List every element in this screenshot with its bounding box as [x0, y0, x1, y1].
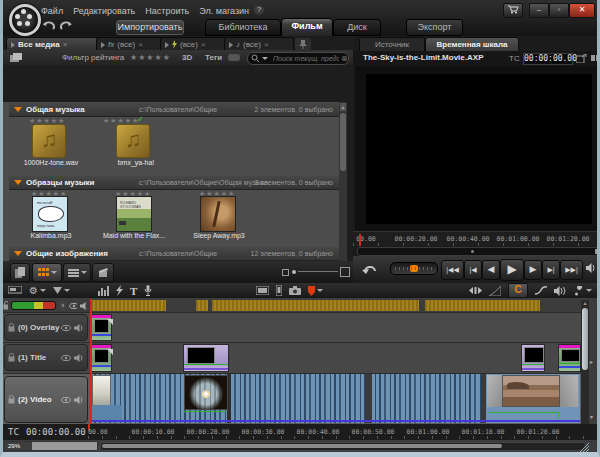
timeline-playhead[interactable] [90, 299, 92, 439]
timeline-vscrollbar[interactable]: ▲ [581, 300, 589, 424]
eye-icon[interactable] [61, 325, 71, 331]
album-art-maid[interactable]: RICHARDSTOLTZMAN [116, 196, 152, 232]
scrub-handle[interactable] [595, 249, 599, 254]
store-cart-icon[interactable] [503, 3, 523, 18]
video-preview[interactable] [366, 74, 592, 224]
clip-title-2[interactable] [183, 344, 229, 372]
clip-title-3[interactable] [521, 344, 545, 372]
close-tab-icon[interactable]: × [264, 39, 269, 51]
speaker-icon[interactable] [80, 302, 87, 310]
step-back-button[interactable]: ◀ [482, 260, 500, 280]
timeline-timecode[interactable]: 00:00:00.00 [26, 427, 86, 437]
section-header-sample-music[interactable]: Образцы музыки с:\Пользователи\Общие\Общ… [9, 176, 347, 190]
collapse-triangle-icon[interactable] [14, 180, 22, 185]
search-dropdown-caret[interactable] [262, 57, 268, 60]
navigator-clip-bar[interactable] [425, 300, 540, 311]
tab-library[interactable]: Библиотека [205, 19, 281, 36]
smart-device-icon[interactable] [276, 285, 282, 296]
undo-icon[interactable] [42, 20, 55, 31]
speaker-icon[interactable] [74, 354, 84, 362]
eye-icon[interactable] [61, 397, 71, 403]
collapse-triangle-icon[interactable] [14, 251, 22, 256]
track-header-video[interactable]: (2) Video [4, 376, 88, 423]
audio-file-icon[interactable]: ♫ [116, 124, 150, 158]
close-tab-icon[interactable]: × [201, 39, 206, 51]
loop-playback-icon[interactable] [361, 261, 379, 275]
item-name[interactable]: 1000Hz-tone.wav [3, 159, 99, 166]
dual-display-icon[interactable] [591, 55, 600, 62]
timeline-hscrollbar[interactable] [100, 442, 586, 451]
prev-clip-button[interactable]: |◀ [464, 260, 482, 280]
info-icon[interactable] [10, 263, 30, 282]
lock-icon[interactable] [8, 323, 15, 332]
tab-disc[interactable]: Диск [333, 19, 381, 36]
clear-search-icon[interactable]: ⊗ [341, 54, 348, 63]
track-size-icon[interactable] [53, 287, 70, 295]
search-input[interactable] [271, 54, 341, 63]
marker-button[interactable] [308, 286, 323, 296]
clip-video-landscape[interactable] [487, 374, 580, 423]
timeline-wrench-button[interactable] [574, 286, 592, 296]
scorefitter-icon[interactable] [256, 286, 269, 295]
clip-title-1[interactable] [91, 344, 112, 372]
collapse-triangle-icon[interactable] [14, 107, 22, 112]
expand-meter-icon[interactable]: › [59, 301, 66, 310]
timeline-settings-gear-icon[interactable]: ⚙ [29, 285, 46, 296]
snapshot-camera-icon[interactable] [289, 286, 301, 295]
volume-keyframe-icon[interactable] [535, 286, 547, 295]
grid-view-button[interactable] [32, 263, 62, 282]
hscroll-thumb[interactable] [102, 444, 502, 448]
help-icon[interactable]: ? [254, 5, 264, 15]
vscroll-thumb[interactable] [582, 308, 588, 370]
clip-video-band[interactable] [91, 374, 580, 423]
track-collapse-arrow[interactable]: ▾ [590, 413, 593, 420]
menu-store[interactable]: Эл. магазин [194, 4, 254, 18]
lock-icon[interactable] [3, 301, 8, 310]
lock-icon[interactable] [8, 353, 15, 362]
item-name[interactable]: Sleep Away.mp3 [171, 232, 267, 239]
thumb-size-slider[interactable] [298, 271, 338, 272]
dynamic-transition-button[interactable]: C [508, 283, 528, 298]
tags-label[interactable]: Теги [205, 53, 222, 62]
preview-playhead[interactable] [359, 234, 361, 246]
scene-detect-icon[interactable] [92, 263, 114, 282]
clip-title-4[interactable] [558, 344, 581, 372]
minimize-button[interactable]: – [529, 3, 549, 18]
navigator-clip-bar[interactable] [196, 300, 208, 311]
pin-tab-icon[interactable] [295, 38, 311, 50]
thumb-slider-handle[interactable] [292, 270, 296, 274]
album-art-sleep-away[interactable] [200, 196, 236, 232]
item-name[interactable]: bmx_ya-ha! [88, 159, 184, 166]
tab-movie[interactable]: Фильм [281, 18, 333, 38]
magnet-snap-icon[interactable] [489, 286, 501, 296]
create-title-button[interactable]: T [130, 285, 137, 297]
volume-button[interactable] [586, 263, 600, 273]
menu-edit[interactable]: Редактировать [68, 4, 140, 18]
razor-icon[interactable] [116, 285, 123, 296]
eye-icon[interactable] [61, 355, 71, 361]
jump-start-button[interactable]: |◀◀ [441, 260, 464, 280]
search-box[interactable]: ⊗ [247, 52, 349, 65]
audio-scrub-icon[interactable] [554, 286, 567, 296]
tab-export[interactable]: Экспорт [406, 19, 463, 36]
undock-preview-icon[interactable] [576, 54, 587, 63]
close-tab-icon[interactable]: × [138, 39, 143, 51]
lock-icon[interactable] [8, 395, 15, 404]
tags-toggle[interactable] [228, 54, 240, 61]
close-tab-icon[interactable]: × [63, 39, 68, 51]
track-header-overlay[interactable]: (0) Overlay [4, 314, 88, 341]
scroll-up-arrow[interactable]: ▲ [340, 103, 346, 111]
import-button[interactable]: Импортировать [116, 20, 184, 35]
resize-grip[interactable] [578, 441, 589, 452]
maximize-button[interactable]: ▫ [549, 3, 569, 18]
speaker-icon[interactable] [74, 396, 84, 404]
menu-setup[interactable]: Настроить [140, 4, 194, 18]
navigator-toggle-icon[interactable] [8, 286, 22, 296]
redo-icon[interactable] [60, 20, 73, 31]
preview-timecode[interactable]: 00:00:00.00 [523, 53, 573, 65]
album-art-kalimba[interactable]: mr.scruff ninja tuna [32, 196, 68, 232]
3d-filter-label[interactable]: 3D [182, 53, 192, 62]
section-header-common-music[interactable]: Общая музыка с:\Пользователи\Общие 2 эле… [9, 103, 347, 117]
navigator-clip-bar[interactable] [91, 300, 166, 311]
preview-scrub-bar[interactable] [357, 247, 600, 256]
